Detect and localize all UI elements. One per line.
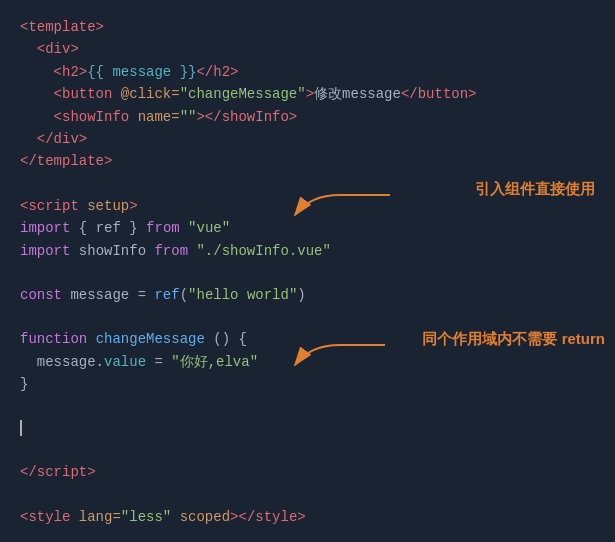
empty-line (20, 484, 595, 506)
code-line: <script setup> (20, 195, 595, 217)
bracket-token: ) (297, 284, 305, 306)
tag-token: <div> (37, 38, 79, 60)
tag-token: </script> (20, 461, 96, 483)
text-cursor (20, 420, 22, 436)
tag-token: <script (20, 195, 87, 217)
indent (20, 61, 54, 83)
tag-token: <template> (20, 16, 104, 38)
code-line: import showInfo from "./showInfo.vue" (20, 240, 595, 262)
plain-token: = (146, 351, 171, 373)
keyword-token: import (20, 240, 70, 262)
tag-token: <style (20, 506, 79, 528)
tag-token: <showInfo (54, 106, 138, 128)
attr-token: lang= (79, 506, 121, 528)
from-token: from (154, 240, 188, 262)
brace-token: } (20, 373, 28, 395)
text-token: 修改message (314, 83, 401, 105)
attr-token: @click= (121, 83, 180, 105)
code-line: <div> (20, 38, 595, 60)
tag-token: </h2> (196, 61, 238, 83)
indent (20, 38, 37, 60)
empty-line (20, 395, 595, 417)
string-token: "" (180, 106, 197, 128)
empty-line (20, 262, 595, 284)
attr-token: scoped (180, 506, 230, 528)
code-line: <showInfo name=""></showInfo> (20, 106, 595, 128)
string-token: "./showInfo.vue" (196, 240, 330, 262)
indent (20, 128, 37, 150)
keyword-token: const (20, 284, 62, 306)
plain-token (87, 328, 95, 350)
func-token: changeMessage (96, 328, 205, 350)
indent (20, 351, 37, 373)
attr-token: setup (87, 195, 129, 217)
tag-token: ></showInfo> (196, 106, 297, 128)
plain-token (180, 217, 188, 239)
func-token: ref (154, 284, 179, 306)
code-line: <h2>{{ message }}</h2> (20, 61, 595, 83)
attr-token: name= (138, 106, 180, 128)
tag-token: > (306, 83, 314, 105)
code-line: import { ref } from "vue" (20, 217, 595, 239)
empty-line (20, 306, 595, 328)
code-line: </script> (20, 461, 595, 483)
tag-token: > (129, 195, 137, 217)
tag-token: ></style> (230, 506, 306, 528)
code-line: </template> (20, 150, 595, 172)
empty-line (20, 439, 595, 461)
code-line: <style lang="less" scoped></style> (20, 506, 595, 528)
tag-token: </button> (401, 83, 477, 105)
code-line: function changeMessage () { (20, 328, 595, 350)
plain-token: () { (205, 328, 247, 350)
code-line: <template> (20, 16, 595, 38)
empty-line (20, 173, 595, 195)
string-token: "changeMessage" (180, 83, 306, 105)
operator-token: = (138, 284, 146, 306)
string-token: "vue" (188, 217, 230, 239)
tag-token: </template> (20, 150, 112, 172)
plain-token (146, 284, 154, 306)
keyword-token: import (20, 217, 70, 239)
cursor-line (20, 417, 595, 439)
tag-token: <button (54, 83, 121, 105)
tag-token: <h2> (54, 61, 88, 83)
plain-token: message (62, 284, 138, 306)
tag-token: </div> (37, 128, 87, 150)
code-line: </div> (20, 128, 595, 150)
prop-token: value (104, 351, 146, 373)
string-token: "hello world" (188, 284, 297, 306)
plain-token (171, 506, 179, 528)
indent (20, 83, 54, 105)
code-line: <button @click="changeMessage">修改message… (20, 83, 595, 105)
code-line: } (20, 373, 595, 395)
indent (20, 106, 54, 128)
plain-token (188, 240, 196, 262)
ref-token: ref (96, 217, 121, 239)
plain-token: } (121, 217, 146, 239)
code-editor: <template> <div> <h2>{{ message }}</h2> … (0, 0, 615, 542)
obj-token: message. (37, 351, 104, 373)
mustache-token: {{ message }} (87, 61, 196, 83)
code-line: message.value = "你好,elva" (20, 351, 595, 373)
plain-token: showInfo (70, 240, 154, 262)
string-token: "你好,elva" (171, 351, 258, 373)
keyword-token: function (20, 328, 87, 350)
code-line: const message = ref("hello world") (20, 284, 595, 306)
plain-token: { (70, 217, 95, 239)
from-token: from (146, 217, 180, 239)
string-token: "less" (121, 506, 171, 528)
bracket-token: ( (180, 284, 188, 306)
